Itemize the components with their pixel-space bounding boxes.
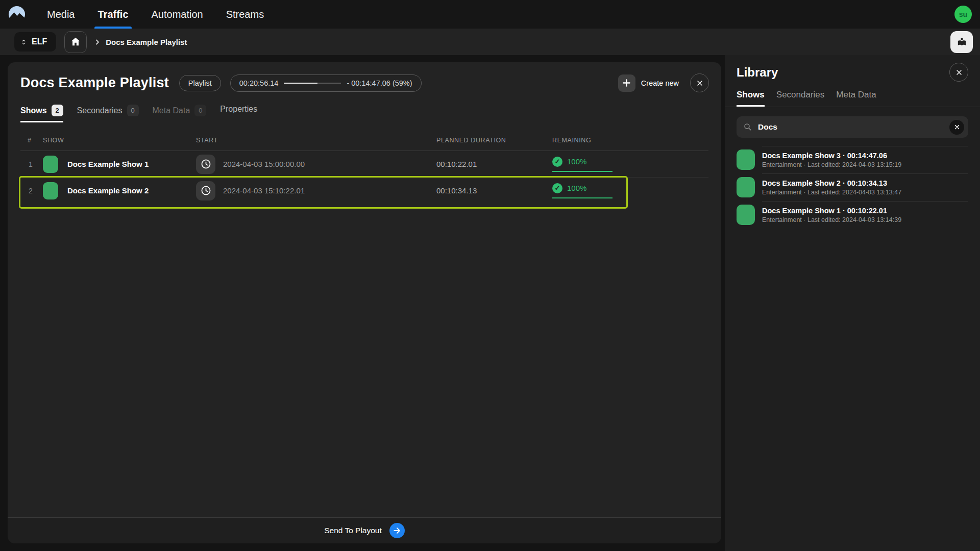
- library-reader-icon: [956, 36, 968, 48]
- close-icon: [696, 79, 704, 87]
- row-number: 1: [20, 160, 43, 168]
- library-divider: [725, 107, 980, 107]
- playlist-type-badge: Playlist: [179, 75, 221, 91]
- content-area: Docs Example Playlist Playlist 00:20:56.…: [0, 55, 980, 551]
- library-list: Docs Example Show 3 · 00:14:47.06 Entert…: [737, 146, 968, 229]
- remaining-cell: ✓ 100%: [552, 157, 612, 172]
- breadcrumb-chevron-icon: [94, 39, 101, 45]
- tab-secondaries-label: Secondaries: [77, 106, 122, 115]
- shows-table: # SHOW START PLANNED DURATION REMAINING …: [20, 131, 708, 204]
- breadcrumb-bar: ELF Docs Example Playlist: [0, 29, 980, 55]
- home-icon: [70, 36, 81, 47]
- show-thumbnail: [737, 205, 755, 225]
- remaining-percent: 100%: [567, 184, 586, 192]
- nav-item-automation[interactable]: Automation: [152, 0, 203, 29]
- library-tabs: Shows Secondaries Meta Data: [737, 90, 968, 107]
- show-thumbnail: [43, 182, 58, 199]
- library-item-title: Docs Example Show 3 · 00:14:47.06: [762, 152, 901, 160]
- col-num: #: [20, 137, 43, 144]
- user-avatar[interactable]: su: [954, 6, 972, 23]
- tab-properties[interactable]: Properties: [220, 105, 257, 120]
- top-nav: Media Traffic Automation Streams su: [0, 0, 980, 29]
- close-icon: [955, 68, 963, 77]
- clock-icon[interactable]: [196, 155, 215, 174]
- search-icon: [743, 122, 752, 132]
- playlist-title: Docs Example Playlist: [20, 75, 169, 91]
- create-new-button[interactable]: Create new: [618, 74, 679, 92]
- remaining-cell: ✓ 100%: [552, 183, 612, 198]
- planned-duration: 00:10:22.01: [436, 160, 552, 168]
- app-logo-icon[interactable]: [8, 6, 26, 23]
- playlist-panel: Docs Example Playlist Playlist 00:20:56.…: [8, 62, 721, 543]
- channel-selector[interactable]: ELF: [14, 32, 56, 52]
- close-library-button[interactable]: [949, 63, 968, 82]
- progress-track: [284, 83, 341, 84]
- clear-search-button[interactable]: [949, 120, 964, 135]
- library-search-input[interactable]: [758, 122, 944, 132]
- col-show: SHOW: [43, 137, 196, 144]
- tab-shows-label: Shows: [20, 106, 47, 115]
- library-toggle-button[interactable]: [950, 31, 973, 53]
- row-number: 2: [20, 187, 43, 195]
- check-circle-icon: ✓: [552, 157, 562, 167]
- create-new-label: Create new: [641, 79, 679, 87]
- nav-item-streams[interactable]: Streams: [226, 0, 264, 29]
- elapsed-time: 00:20:56.14: [239, 79, 279, 87]
- tab-shows-count: 2: [52, 105, 63, 116]
- library-tab-meta-data[interactable]: Meta Data: [836, 90, 876, 107]
- remaining-progress-bar: [552, 171, 612, 172]
- tab-meta-data-label: Meta Data: [153, 106, 190, 115]
- library-panel: Library Shows Secondaries Meta Data: [725, 55, 980, 551]
- col-planned-duration: PLANNED DURATION: [436, 137, 552, 144]
- channel-label: ELF: [32, 37, 47, 46]
- breadcrumb-current-page: Docs Example Playlist: [106, 38, 187, 46]
- playlist-header: Docs Example Playlist Playlist 00:20:56.…: [8, 62, 721, 92]
- show-name: Docs Example Show 2: [67, 186, 149, 195]
- start-time: 2024-04-03 15:00:00.00: [223, 160, 305, 168]
- send-to-playout-button[interactable]: Send To Playout: [8, 517, 721, 543]
- library-item-subtitle: Entertainment · Last edited: 2024-04-03 …: [762, 189, 901, 196]
- tab-meta-data-count: 0: [194, 105, 206, 116]
- table-row-selected[interactable]: 2 Docs Example Show 2 2024-04-03 15:10:2…: [20, 178, 708, 204]
- tab-shows[interactable]: Shows 2: [20, 105, 63, 122]
- playlist-tabs: Shows 2 Secondaries 0 Meta Data 0 Proper…: [20, 105, 708, 122]
- sort-arrows-icon: [20, 38, 27, 46]
- library-tab-shows[interactable]: Shows: [737, 90, 765, 107]
- library-item-title: Docs Example Show 1 · 00:10:22.01: [762, 207, 901, 215]
- library-item-title: Docs Example Show 2 · 00:10:34.13: [762, 179, 901, 187]
- library-item[interactable]: Docs Example Show 2 · 00:10:34.13 Entert…: [737, 173, 968, 201]
- tab-meta-data[interactable]: Meta Data 0: [153, 105, 207, 122]
- show-thumbnail: [737, 177, 755, 197]
- col-start: START: [196, 137, 436, 144]
- show-thumbnail: [737, 149, 755, 170]
- library-item-subtitle: Entertainment · Last edited: 2024-04-03 …: [762, 216, 901, 223]
- close-playlist-button[interactable]: [690, 73, 709, 92]
- clock-icon[interactable]: [196, 181, 215, 201]
- library-title: Library: [737, 65, 778, 80]
- home-button[interactable]: [64, 31, 87, 53]
- remaining-percent: 100%: [567, 157, 586, 166]
- col-remaining: REMAINING: [552, 137, 708, 144]
- library-search-box: [737, 116, 968, 138]
- playlist-progress-pill: 00:20:56.14 - 00:14:47.06 (59%): [230, 74, 422, 92]
- start-time: 2024-04-03 15:10:22.01: [223, 186, 305, 195]
- library-item-subtitle: Entertainment · Last edited: 2024-04-03 …: [762, 161, 901, 168]
- table-row[interactable]: 1 Docs Example Show 1 2024-04-03 15:00:0…: [20, 151, 708, 178]
- table-header: # SHOW START PLANNED DURATION REMAINING: [20, 131, 708, 151]
- plus-icon: [618, 74, 635, 92]
- remaining-progress-bar: [552, 197, 612, 198]
- remaining-time: - 00:14:47.06 (59%): [347, 79, 412, 87]
- progress-bar-fill: [284, 83, 317, 84]
- send-to-playout-label: Send To Playout: [324, 526, 382, 535]
- show-name: Docs Example Show 1: [67, 160, 149, 168]
- tab-properties-label: Properties: [220, 105, 257, 114]
- nav-item-traffic[interactable]: Traffic: [97, 0, 128, 29]
- library-item[interactable]: Docs Example Show 3 · 00:14:47.06 Entert…: [737, 146, 968, 173]
- nav-item-media[interactable]: Media: [47, 0, 75, 29]
- tab-secondaries[interactable]: Secondaries 0: [77, 105, 139, 122]
- check-circle-icon: ✓: [552, 183, 562, 193]
- library-item[interactable]: Docs Example Show 1 · 00:10:22.01 Entert…: [737, 201, 968, 229]
- arrow-right-icon: [389, 523, 405, 538]
- library-tab-secondaries[interactable]: Secondaries: [776, 90, 825, 107]
- planned-duration: 00:10:34.13: [436, 186, 552, 195]
